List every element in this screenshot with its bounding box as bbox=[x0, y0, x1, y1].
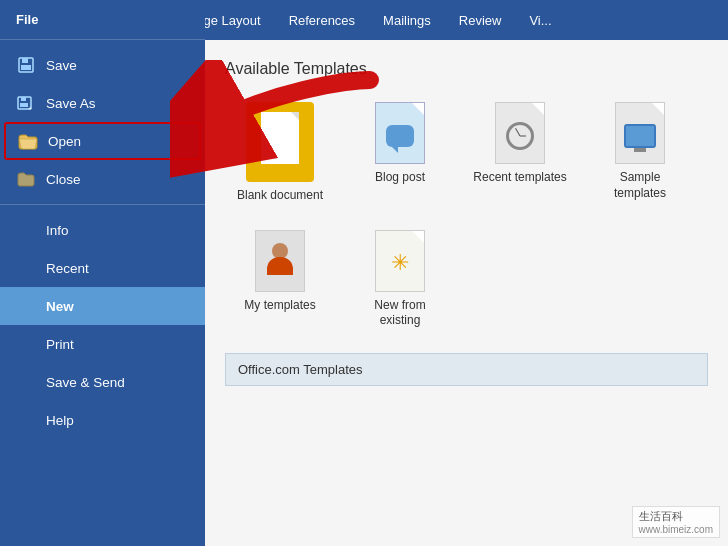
svg-rect-1 bbox=[22, 58, 28, 63]
blank-doc-icon bbox=[246, 102, 314, 182]
template-sample-label: Sample templates bbox=[593, 170, 687, 201]
file-menu-header: File bbox=[0, 0, 205, 40]
new-icon bbox=[16, 296, 36, 316]
star-doc-icon: ✳ bbox=[375, 230, 425, 292]
main-content: Available Templates Blank document Blog … bbox=[205, 40, 728, 546]
chat-bubble-icon bbox=[386, 125, 414, 147]
tab-view[interactable]: Vi... bbox=[515, 0, 565, 40]
watermark-line1: 生活百科 bbox=[639, 509, 713, 524]
open-icon bbox=[18, 131, 38, 151]
person-body-icon bbox=[267, 257, 293, 275]
watermark: 生活百科 www.bimeiz.com bbox=[632, 506, 720, 538]
file-menu: File Save + Save A bbox=[0, 0, 205, 546]
template-blogpost-label: Blog post bbox=[375, 170, 425, 186]
watermark-line2: www.bimeiz.com bbox=[639, 524, 713, 535]
template-blank[interactable]: Blank document bbox=[225, 94, 335, 212]
menu-item-new[interactable]: New bbox=[0, 287, 205, 325]
svg-rect-5 bbox=[20, 103, 28, 107]
template-recent[interactable]: Recent templates bbox=[465, 94, 575, 212]
tab-review[interactable]: Review bbox=[445, 0, 516, 40]
monitor-icon bbox=[624, 124, 656, 148]
officecom-section: Office.com Templates bbox=[225, 353, 708, 386]
menu-item-close[interactable]: Close bbox=[0, 160, 205, 198]
tab-references[interactable]: References bbox=[275, 0, 369, 40]
template-recent-label: Recent templates bbox=[473, 170, 566, 186]
template-blogpost[interactable]: Blog post bbox=[345, 94, 455, 212]
help-icon bbox=[16, 410, 36, 430]
blank-doc-inner bbox=[261, 112, 299, 164]
templates-row2: My templates ✳ New from existing bbox=[225, 222, 708, 337]
template-mytemplates-label: My templates bbox=[244, 298, 315, 314]
officecom-title[interactable]: Office.com Templates bbox=[225, 353, 708, 386]
svg-rect-2 bbox=[21, 65, 31, 70]
menu-item-savesend[interactable]: Save & Send bbox=[0, 363, 205, 401]
menu-item-recent[interactable]: Recent bbox=[0, 249, 205, 287]
watermark-box: 生活百科 www.bimeiz.com bbox=[632, 506, 720, 538]
menu-item-info[interactable]: Info bbox=[0, 211, 205, 249]
template-blank-label: Blank document bbox=[237, 188, 323, 204]
star-icon: ✳ bbox=[391, 250, 409, 276]
menu-item-print[interactable]: Print bbox=[0, 325, 205, 363]
blog-doc-icon bbox=[375, 102, 425, 164]
menu-item-saveas[interactable]: + Save As bbox=[0, 84, 205, 122]
recent-icon bbox=[16, 258, 36, 278]
menu-item-save[interactable]: Save bbox=[0, 46, 205, 84]
menu-item-help[interactable]: Help bbox=[0, 401, 205, 439]
monitor-doc-icon bbox=[615, 102, 665, 164]
person-doc-icon bbox=[255, 230, 305, 292]
tab-mailings[interactable]: Mailings bbox=[369, 0, 445, 40]
savesend-icon bbox=[16, 372, 36, 392]
info-icon bbox=[16, 220, 36, 240]
template-mytemplates[interactable]: My templates bbox=[225, 222, 335, 337]
menu-item-open[interactable]: Open bbox=[4, 122, 201, 160]
clock-icon bbox=[506, 122, 534, 150]
clock-doc-icon bbox=[495, 102, 545, 164]
template-newfromexisting[interactable]: ✳ New from existing bbox=[345, 222, 455, 337]
print-icon bbox=[16, 334, 36, 354]
template-newfromexisting-label: New from existing bbox=[353, 298, 447, 329]
page-title: Available Templates bbox=[225, 60, 708, 78]
svg-rect-4 bbox=[21, 97, 26, 101]
save-icon bbox=[16, 55, 36, 75]
saveas-icon: + bbox=[16, 93, 36, 113]
templates-grid: Blank document Blog post Recent template… bbox=[225, 94, 708, 212]
file-menu-items: Save + Save As Open bbox=[0, 40, 205, 546]
close-icon bbox=[16, 169, 36, 189]
template-sample[interactable]: Sample templates bbox=[585, 94, 695, 212]
svg-text:+: + bbox=[28, 105, 32, 112]
